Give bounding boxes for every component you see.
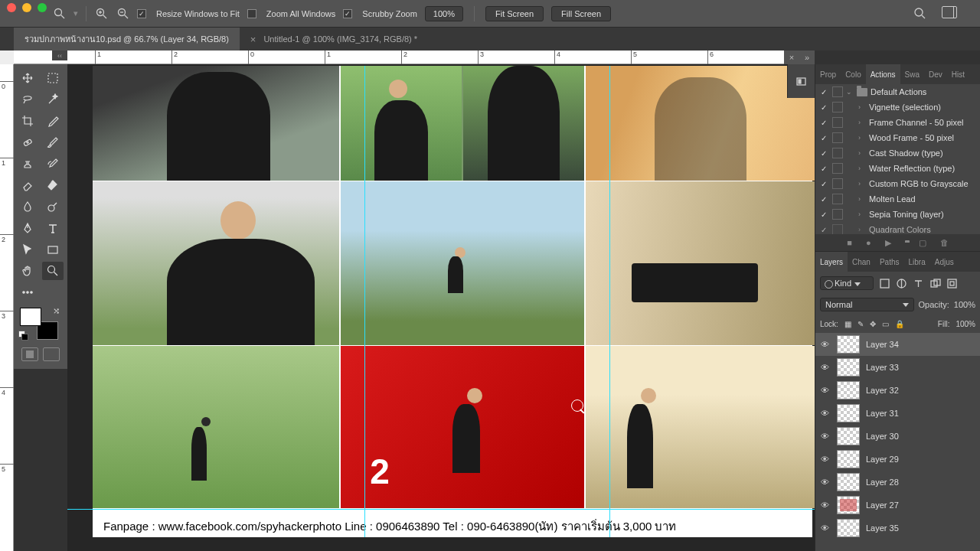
path-selection-tool-icon[interactable] [17, 240, 38, 259]
collapsed-panel-icon[interactable] [787, 64, 815, 98]
panel-tab-device[interactable]: Dev [924, 64, 947, 84]
workspace-icon[interactable] [942, 6, 957, 18]
foreground-color[interactable] [20, 308, 41, 326]
magic-wand-tool-icon[interactable] [42, 90, 64, 109]
fill-value[interactable]: 100% [956, 320, 975, 328]
default-colors-icon[interactable] [18, 331, 28, 340]
action-row[interactable]: ✓›Water Reflection (type) [815, 161, 980, 176]
stop-icon[interactable]: ■ [847, 238, 852, 247]
rectangle-tool-icon[interactable] [42, 240, 64, 259]
layer-row[interactable]: 👁Layer 30 [815, 425, 980, 448]
filter-pixel-icon[interactable] [878, 277, 890, 289]
close-icon[interactable]: × [250, 34, 256, 45]
lock-transparency-icon[interactable]: ▦ [844, 320, 851, 328]
layer-thumbnail[interactable] [837, 381, 860, 399]
panel-tab-history[interactable]: Hist [947, 64, 969, 84]
ruler-horizontal[interactable]: 1 2 0 1 2 3 4 5 6 [14, 51, 815, 64]
panel-tab-color[interactable]: Colo [841, 64, 866, 84]
healing-brush-tool-icon[interactable] [17, 133, 38, 152]
clone-stamp-tool-icon[interactable] [17, 155, 38, 173]
visibility-icon[interactable]: 👁 [818, 432, 831, 441]
visibility-icon[interactable]: 👁 [818, 478, 831, 487]
visibility-icon[interactable]: 👁 [818, 363, 831, 372]
canvas-area[interactable]: 2 Fanpage : www.facebook.com/spyhackerph… [67, 64, 815, 551]
panel-tab-properties[interactable]: Prop [815, 64, 841, 84]
layer-thumbnail[interactable] [837, 496, 860, 514]
document-tab[interactable]: × Untitled-1 @ 100% (IMG_3174, RGB/8) * [240, 28, 428, 51]
record-icon[interactable]: ● [866, 238, 871, 247]
zoom-all-checkbox[interactable] [247, 9, 256, 18]
play-icon[interactable]: ▶ [885, 238, 891, 248]
layer-row[interactable]: 👁Layer 35 [815, 517, 980, 540]
edit-toolbar-icon[interactable] [17, 283, 38, 302]
swap-colors-icon[interactable]: ⤭ [53, 306, 60, 316]
action-row[interactable]: ✓›Molten Lead [815, 191, 980, 207]
visibility-icon[interactable]: 👁 [818, 340, 831, 349]
type-tool-icon[interactable] [42, 219, 64, 237]
filter-type-icon[interactable] [912, 277, 924, 289]
layer-thumbnail[interactable] [837, 427, 860, 445]
zoom-tool-icon[interactable] [52, 7, 66, 21]
layer-row[interactable]: 👁Layer 27 [815, 494, 980, 517]
action-row[interactable]: ✓›Quadrant Colors [815, 222, 980, 234]
layer-thumbnail[interactable] [837, 335, 860, 354]
visibility-icon[interactable]: 👁 [818, 500, 831, 510]
layer-row[interactable]: 👁Layer 28 [815, 471, 980, 494]
guide-vertical[interactable] [364, 66, 365, 537]
layer-row[interactable]: 👁Layer 31 [815, 402, 980, 425]
filter-adjustment-icon[interactable] [895, 277, 907, 289]
zoom-tool-icon[interactable] [42, 262, 64, 280]
panel-tab-libraries[interactable]: Libra [904, 252, 930, 272]
layer-row[interactable]: 👁Layer 32 [815, 379, 980, 402]
document-tab-overflow[interactable]: ×» [784, 51, 815, 64]
panel-tab-actions[interactable]: Actions [866, 64, 900, 84]
zoom-level-field[interactable]: 100% [425, 6, 463, 21]
blend-mode-select[interactable]: Normal [820, 298, 914, 311]
pen-tool-icon[interactable] [17, 219, 38, 237]
new-action-icon[interactable]: ▢ [919, 238, 926, 248]
lock-position-icon[interactable]: ✥ [870, 320, 876, 328]
guide-horizontal[interactable] [67, 509, 815, 510]
layer-filter-kind[interactable]: Kind [820, 276, 874, 290]
panel-tab-channels[interactable]: Chan [848, 252, 875, 272]
crop-tool-icon[interactable] [17, 112, 38, 130]
move-tool-icon[interactable] [17, 69, 38, 87]
eraser-tool-icon[interactable] [17, 176, 38, 194]
gradient-tool-icon[interactable] [42, 176, 64, 194]
action-row[interactable]: ✓›Cast Shadow (type) [815, 145, 980, 161]
action-row[interactable]: ✓›Custom RGB to Grayscale [815, 176, 980, 191]
guide-vertical[interactable] [609, 66, 610, 537]
visibility-icon[interactable]: 👁 [818, 455, 831, 464]
blur-tool-icon[interactable] [17, 197, 38, 216]
search-icon[interactable] [913, 7, 926, 21]
lasso-tool-icon[interactable] [17, 90, 38, 109]
lock-all-icon[interactable]: 🔒 [895, 320, 904, 328]
layer-row[interactable]: 👁Layer 33 [815, 356, 980, 379]
filter-smart-icon[interactable] [946, 277, 958, 289]
ruler-origin[interactable] [0, 51, 14, 64]
layer-row[interactable]: 👁Layer 34 [815, 333, 980, 356]
eyedropper-tool-icon[interactable] [42, 112, 64, 130]
hand-tool-icon[interactable] [17, 262, 38, 280]
brush-tool-icon[interactable] [42, 133, 64, 152]
panel-tab-adjustments[interactable]: Adjus [930, 252, 959, 272]
zoom-out-icon[interactable] [116, 7, 129, 21]
fit-screen-button[interactable]: Fit Screen [485, 6, 544, 21]
layer-thumbnail[interactable] [837, 450, 860, 468]
dodge-tool-icon[interactable] [42, 197, 64, 216]
action-row[interactable]: ✓›Sepia Toning (layer) [815, 207, 980, 222]
layer-thumbnail[interactable] [837, 358, 860, 377]
lock-image-icon[interactable]: ✎ [858, 320, 864, 328]
zoom-in-icon[interactable] [94, 7, 108, 21]
marquee-tool-icon[interactable] [42, 69, 64, 87]
layer-thumbnail[interactable] [837, 519, 860, 537]
toolbox-collapse-icon[interactable]: ‹‹ [52, 51, 67, 60]
opacity-value[interactable]: 100% [954, 300, 975, 309]
visibility-icon[interactable]: 👁 [818, 386, 831, 395]
panel-tab-layers[interactable]: Layers [815, 252, 848, 272]
trash-icon[interactable]: 🗑 [940, 238, 949, 247]
standard-mode-icon[interactable] [21, 347, 38, 361]
fill-screen-button[interactable]: Fill Screen [551, 6, 611, 21]
history-brush-tool-icon[interactable] [42, 155, 64, 173]
layer-thumbnail[interactable] [837, 404, 860, 422]
